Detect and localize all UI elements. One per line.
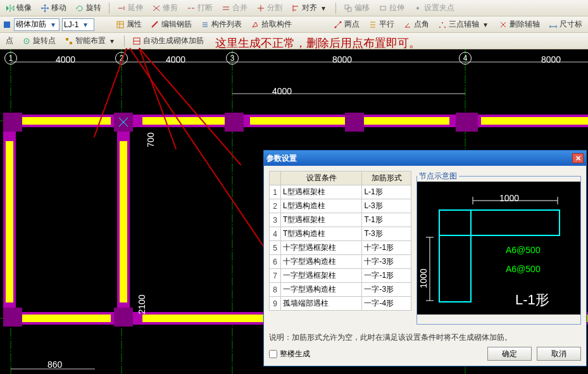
- pv-shape: L-1形: [515, 290, 549, 309]
- edit-rebar-button[interactable]: 编辑钢筋: [147, 18, 195, 31]
- toolbar-edit: 镜像 移动 旋转 延伸 修剪 打断 合并 分割 对齐 ▾ 偏移: [0, 0, 588, 16]
- cell-cond[interactable]: T型遇构造柱: [281, 227, 362, 241]
- dialog-footer: 整楼生成 确定 取消: [264, 343, 586, 366]
- split-button[interactable]: 分割: [253, 1, 285, 15]
- break-icon: [187, 4, 196, 13]
- cell-form[interactable]: T-1形: [362, 213, 411, 227]
- rotate-button[interactable]: 旋转: [72, 1, 104, 15]
- dialog-titlebar[interactable]: 参数设置 ✕: [264, 151, 586, 166]
- cell-cond[interactable]: 一字型遇框架柱: [281, 269, 362, 283]
- property-button[interactable]: 属性: [113, 18, 145, 31]
- grid-bubble-1: 1: [4, 52, 17, 65]
- table-row[interactable]: 7一字型遇框架柱一字-1形: [270, 269, 411, 283]
- col-form: 加筋形式: [362, 171, 411, 185]
- cell-form[interactable]: 一字-3形: [362, 283, 411, 297]
- member-type-dropdown[interactable]: 砌体加筋 ▾: [14, 18, 59, 31]
- stretch-button[interactable]: 拉伸: [375, 1, 408, 15]
- table-row[interactable]: 3T型遇框架柱T-1形: [270, 213, 411, 227]
- svg-rect-2: [380, 6, 385, 10]
- preview-fieldset: 节点示意图 1000: [416, 171, 581, 325]
- smart-layout-button[interactable]: 智能布置 ▾: [61, 34, 120, 47]
- rotate-icon: [75, 4, 84, 13]
- cell-cond[interactable]: 一字型遇构造柱: [281, 283, 362, 297]
- two-point-label: 两点: [344, 19, 360, 30]
- cell-cond[interactable]: 十字型遇构造柱: [281, 255, 362, 269]
- del-aux-label: 删除辅轴: [510, 19, 540, 30]
- merge-button[interactable]: 合并: [218, 1, 251, 15]
- cell-cond[interactable]: L型遇框架柱: [281, 185, 362, 199]
- extend-button[interactable]: 延伸: [114, 1, 146, 15]
- cell-n: 5: [270, 241, 281, 255]
- grid-bubble-3: 3: [226, 52, 239, 65]
- autogen-button[interactable]: 自动生成砌体加筋: [129, 34, 207, 47]
- separator: [335, 3, 336, 14]
- move-button[interactable]: 移动: [37, 1, 70, 15]
- svg-point-8: [439, 27, 441, 28]
- cell-n: 4: [270, 227, 281, 241]
- two-point-button[interactable]: 两点: [330, 18, 363, 31]
- point-angle-button[interactable]: 点角: [400, 18, 432, 31]
- autogen-icon: [132, 37, 141, 46]
- trim-label: 修剪: [163, 3, 178, 13]
- table-row[interactable]: 1L型遇框架柱L-1形: [270, 185, 411, 199]
- table-row[interactable]: 5十字型遇框架柱十字-1形: [270, 241, 411, 255]
- align-button[interactable]: 对齐 ▾: [288, 1, 331, 15]
- cell-cond[interactable]: T型遇框架柱: [281, 213, 362, 227]
- cell-cond[interactable]: 十字型遇框架柱: [281, 241, 362, 255]
- wholefloor-checkbox[interactable]: [269, 350, 277, 358]
- dim-4000b: 4000: [166, 54, 185, 65]
- cell-form[interactable]: 一字-1形: [362, 269, 411, 283]
- parallel-button[interactable]: 平行: [365, 18, 397, 31]
- trim-button[interactable]: 修剪: [149, 1, 181, 15]
- del-aux-button[interactable]: 删除辅轴: [496, 18, 543, 31]
- member-list-label: 构件列表: [211, 19, 242, 30]
- rotpt-button[interactable]: 旋转点: [19, 34, 59, 47]
- close-button[interactable]: ✕: [572, 153, 584, 163]
- cell-form[interactable]: L-1形: [362, 185, 411, 199]
- chevron-down-icon: ▾: [49, 20, 58, 29]
- dim-700: 700: [146, 132, 156, 147]
- break-button[interactable]: 打断: [184, 1, 216, 15]
- mirror-button[interactable]: 镜像: [3, 1, 35, 15]
- cell-form[interactable]: T-3形: [362, 227, 411, 241]
- member-list-button[interactable]: 构件列表: [197, 18, 245, 31]
- cell-cond[interactable]: L型遇构造柱: [281, 199, 362, 213]
- autogen-label: 自动生成砌体加筋: [143, 35, 204, 46]
- ok-button[interactable]: 确定: [487, 347, 532, 361]
- wholefloor-checkbox-label[interactable]: 整楼生成: [269, 349, 310, 359]
- member-name-dropdown[interactable]: LJ-1 ▾: [62, 18, 94, 31]
- point-button[interactable]: 点: [3, 34, 16, 47]
- merge-icon: [222, 4, 230, 13]
- dim-label-button[interactable]: 尺寸标: [546, 18, 585, 31]
- col-n: [270, 171, 281, 185]
- param-table-wrap: 设置条件 加筋形式 1L型遇框架柱L-1形2L型遇构造柱L-3形3T型遇框架柱T…: [269, 171, 411, 325]
- pick-member-button[interactable]: 拾取构件: [247, 18, 295, 31]
- table-row[interactable]: 6十字型遇构造柱十字-3形: [270, 255, 411, 269]
- cell-cond[interactable]: 孤墙端部遇柱: [281, 297, 362, 311]
- table-row[interactable]: 8一字型遇构造柱一字-3形: [270, 283, 411, 297]
- pv-dim-1000a: 1000: [499, 193, 519, 203]
- extend-label: 延伸: [128, 3, 143, 13]
- offset-button[interactable]: 偏移: [341, 1, 373, 15]
- three-aux-button[interactable]: 三点辅轴 ▾: [435, 18, 493, 31]
- cell-form[interactable]: 十字-1形: [362, 241, 411, 255]
- cell-n: 1: [270, 185, 281, 199]
- setclamp-button[interactable]: 设置夹点: [410, 1, 458, 15]
- preview-legend: 节点示意图: [417, 171, 459, 182]
- table-row[interactable]: 9孤墙端部遇柱一字-4形: [270, 297, 411, 311]
- cell-form[interactable]: 一字-4形: [362, 297, 411, 311]
- svg-rect-42: [225, 113, 244, 132]
- param-table[interactable]: 设置条件 加筋形式 1L型遇框架柱L-1形2L型遇构造柱L-3形3T型遇框架柱T…: [269, 171, 411, 311]
- offset-icon: [344, 4, 353, 13]
- cell-form[interactable]: L-3形: [362, 199, 411, 213]
- cell-n: 6: [270, 255, 281, 269]
- table-row[interactable]: 4T型遇构造柱T-3形: [270, 227, 411, 241]
- svg-point-3: [416, 7, 419, 9]
- table-row[interactable]: 2L型遇构造柱L-3形: [270, 199, 411, 213]
- cancel-button[interactable]: 取消: [537, 347, 581, 361]
- svg-rect-46: [114, 308, 133, 327]
- stretch-icon: [378, 4, 387, 13]
- cell-form[interactable]: 十字-3形: [362, 255, 411, 269]
- svg-rect-43: [345, 113, 364, 132]
- dim-4000a: 4000: [56, 54, 75, 65]
